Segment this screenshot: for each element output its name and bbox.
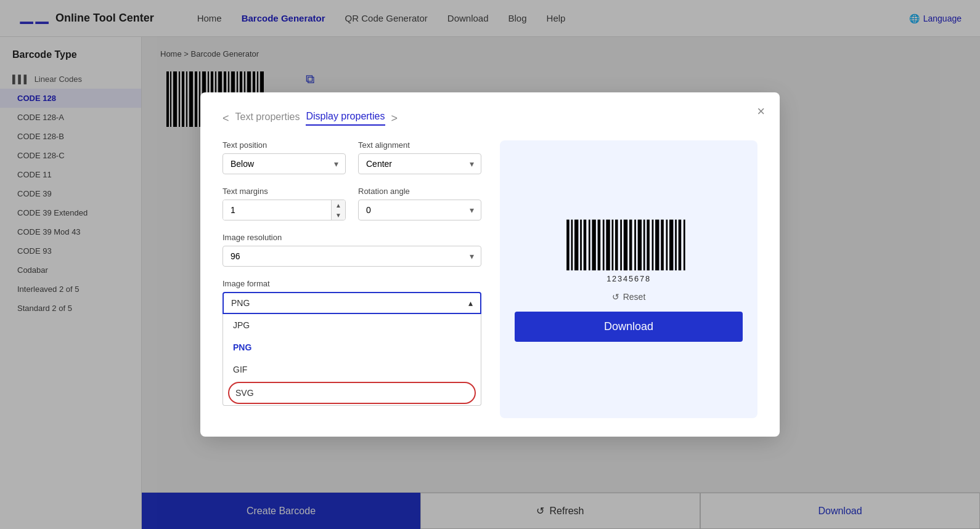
- modal-preview: 12345678 ↺ Reset Download: [500, 140, 757, 418]
- modal-close-button[interactable]: ×: [757, 103, 765, 119]
- text-alignment-select-wrapper: Center: [358, 153, 481, 174]
- image-resolution-select-wrapper: 96: [223, 246, 481, 267]
- svg-rect-49: [675, 220, 677, 271]
- svg-rect-33: [603, 220, 605, 271]
- dropdown-item-svg-label: SVG: [235, 388, 254, 398]
- dropdown-item-svg[interactable]: SVG: [228, 382, 476, 404]
- svg-rect-32: [598, 220, 601, 271]
- form-group-image-format: Image format PNG ▴ JPG: [223, 279, 481, 406]
- modal-body: Text position Below Text alignment Cente…: [223, 140, 757, 418]
- svg-rect-39: [629, 220, 632, 271]
- text-margins-up[interactable]: ▲: [332, 200, 345, 210]
- svg-rect-28: [580, 220, 582, 271]
- svg-rect-45: [655, 220, 659, 271]
- form-row-1: Text position Below Text alignment Cente…: [223, 140, 481, 174]
- form-row-3: Image resolution 96: [223, 233, 481, 267]
- rotation-angle-select[interactable]: 0: [358, 200, 481, 220]
- svg-rect-48: [669, 220, 673, 271]
- svg-rect-34: [606, 220, 610, 271]
- form-row-2: Text margins ▲ ▼ Rotation angle: [223, 187, 481, 220]
- dropdown-item-jpg[interactable]: JPG: [223, 314, 481, 336]
- svg-text:12345678: 12345678: [606, 274, 651, 283]
- barcode-preview-svg: 12345678: [561, 217, 696, 285]
- modal: < Text properties Display properties > ×…: [200, 92, 780, 437]
- text-margins-down[interactable]: ▼: [332, 210, 345, 220]
- svg-rect-38: [624, 220, 627, 271]
- image-format-label: Image format: [223, 279, 481, 288]
- svg-rect-26: [571, 220, 573, 271]
- modal-overlay: < Text properties Display properties > ×…: [0, 0, 980, 529]
- dropdown-item-png[interactable]: PNG: [223, 336, 481, 358]
- svg-rect-41: [638, 220, 642, 271]
- text-margins-label: Text margins: [223, 187, 346, 196]
- form-group-text-alignment: Text alignment Center: [358, 140, 481, 174]
- dropdown-item-gif[interactable]: GIF: [223, 358, 481, 381]
- barcode-preview: 12345678: [561, 217, 696, 285]
- modal-prev-arrow[interactable]: <: [223, 112, 229, 125]
- rotation-angle-select-wrapper: 0: [358, 200, 481, 220]
- text-position-select[interactable]: Below: [223, 153, 346, 174]
- form-row-4: Image format PNG ▴ JPG: [223, 279, 481, 406]
- modal-download-button[interactable]: Download: [515, 312, 743, 342]
- dropdown-item-png-label: PNG: [233, 342, 251, 352]
- text-alignment-select[interactable]: Center: [358, 153, 481, 174]
- tab-display-properties[interactable]: Display properties: [306, 111, 385, 126]
- text-alignment-label: Text alignment: [358, 140, 481, 150]
- text-margins-spinner: ▲ ▼: [223, 200, 346, 220]
- text-position-select-wrapper: Below: [223, 153, 346, 174]
- svg-rect-47: [666, 220, 668, 271]
- image-format-chevron-up: ▴: [468, 298, 473, 308]
- image-format-value: PNG: [231, 298, 250, 308]
- image-format-dropdown: JPG PNG GIF SVG: [223, 314, 481, 406]
- svg-rect-50: [679, 220, 682, 271]
- svg-rect-42: [643, 220, 645, 271]
- reset-label: Reset: [623, 292, 646, 302]
- tab-text-properties[interactable]: Text properties: [235, 111, 300, 125]
- text-margins-spinners: ▲ ▼: [331, 200, 345, 220]
- image-resolution-label: Image resolution: [223, 233, 481, 242]
- reset-icon: ↺: [612, 292, 619, 302]
- svg-rect-31: [592, 220, 595, 271]
- form-group-image-resolution: Image resolution 96: [223, 233, 481, 267]
- svg-rect-37: [620, 220, 622, 271]
- svg-rect-44: [652, 220, 654, 271]
- image-resolution-select[interactable]: 96: [223, 246, 481, 267]
- modal-form: Text position Below Text alignment Cente…: [223, 140, 481, 418]
- svg-rect-25: [566, 220, 570, 271]
- text-margins-input[interactable]: [223, 200, 331, 220]
- svg-rect-51: [684, 220, 685, 271]
- svg-rect-29: [584, 220, 587, 271]
- dropdown-item-jpg-label: JPG: [233, 320, 250, 330]
- svg-rect-40: [634, 220, 636, 271]
- form-group-rotation: Rotation angle 0: [358, 187, 481, 220]
- svg-rect-36: [615, 220, 618, 271]
- image-format-select[interactable]: PNG ▴: [223, 292, 481, 314]
- image-format-container: PNG ▴ JPG PNG G: [223, 292, 481, 406]
- svg-rect-43: [647, 220, 650, 271]
- svg-rect-35: [612, 220, 614, 271]
- form-group-text-position: Text position Below: [223, 140, 346, 174]
- svg-rect-30: [589, 220, 590, 271]
- rotation-angle-label: Rotation angle: [358, 187, 481, 196]
- form-group-text-margins: Text margins ▲ ▼: [223, 187, 346, 220]
- modal-next-arrow[interactable]: >: [391, 112, 398, 125]
- dropdown-item-gif-label: GIF: [233, 365, 247, 374]
- text-position-label: Text position: [223, 140, 346, 150]
- reset-button[interactable]: ↺ Reset: [612, 292, 646, 302]
- svg-rect-46: [661, 220, 664, 271]
- modal-header: < Text properties Display properties > ×: [223, 111, 757, 126]
- svg-rect-27: [574, 220, 578, 271]
